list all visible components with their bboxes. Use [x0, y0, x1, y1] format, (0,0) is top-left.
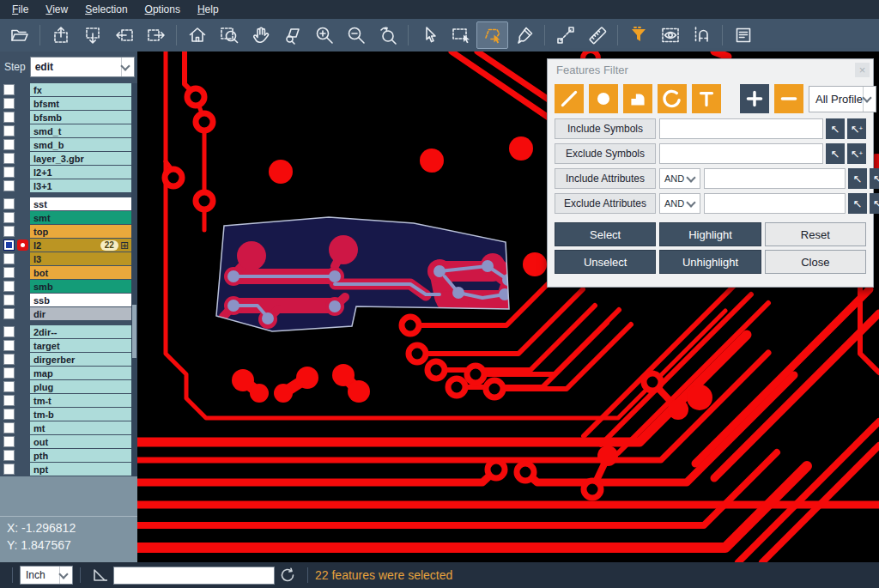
layer-name-cell[interactable]: bot	[30, 266, 131, 279]
pan-down-button[interactable]	[76, 21, 108, 49]
pick-symbols-button[interactable]: ↖	[826, 143, 845, 164]
layer-name-cell[interactable]: 2dir--	[30, 325, 131, 338]
layer-row-l3+1[interactable]: l3+1	[0, 179, 131, 192]
pick-attributes-button[interactable]: ↖	[848, 168, 867, 189]
feature-type-arc-button[interactable]	[658, 84, 687, 113]
feature-type-text-button[interactable]	[692, 84, 721, 113]
layer-visibility-checkbox[interactable]	[3, 125, 15, 136]
zoom-in-button[interactable]	[308, 21, 340, 49]
layer-visibility-checkbox[interactable]	[3, 167, 15, 178]
layer-name-cell[interactable]: smb	[30, 280, 131, 293]
profile-select[interactable]: All Profile	[809, 86, 876, 112]
exclude-mode-button[interactable]	[774, 84, 803, 113]
layer-name-cell[interactable]: tm-t	[30, 394, 131, 407]
features-filter-button[interactable]	[622, 21, 654, 49]
layer-visibility-checkbox[interactable]	[3, 395, 15, 406]
layer-name-cell[interactable]: target	[30, 339, 131, 352]
feature-type-pad-button[interactable]	[589, 84, 618, 113]
layer-row-tm-b[interactable]: tm-b	[0, 408, 131, 421]
layer-row-target[interactable]: target	[0, 339, 131, 352]
layer-visibility-checkbox[interactable]	[3, 464, 15, 475]
layer-visibility-checkbox[interactable]	[3, 180, 15, 191]
layer-visibility-checkbox[interactable]	[3, 153, 15, 164]
layer-name-cell[interactable]: smd_b	[30, 138, 131, 151]
layer-name-cell[interactable]: ssb	[30, 294, 131, 306]
layer-list-scrollbar[interactable]	[131, 83, 137, 476]
zoom-home-button[interactable]	[181, 21, 213, 49]
zoom-area-button[interactable]	[213, 21, 245, 49]
layer-visibility-checkbox[interactable]	[3, 326, 15, 337]
layer-row-plug[interactable]: plug	[0, 380, 131, 393]
layer-row-map[interactable]: map	[0, 367, 131, 379]
exclude-attributes-button[interactable]: Exclude Attributes	[555, 193, 656, 214]
select-button[interactable]: Select	[555, 222, 656, 246]
layer-row-l2[interactable]: l222⊞	[0, 239, 131, 252]
menu-file[interactable]: File	[3, 2, 37, 17]
layer-row-out[interactable]: out	[0, 435, 131, 448]
layer-name-cell[interactable]: l3	[30, 252, 131, 265]
layer-name-cell[interactable]: dirgerber	[30, 353, 131, 366]
layer-visibility-checkbox[interactable]	[3, 198, 15, 209]
layer-row-sst[interactable]: sst	[0, 197, 131, 210]
close-icon[interactable]: ×	[855, 63, 870, 77]
layer-visibility-checkbox[interactable]	[3, 112, 15, 123]
layer-row-l3[interactable]: l3	[0, 252, 131, 265]
exclude-attributes-input[interactable]	[704, 193, 846, 214]
layer-name-cell[interactable]: smd_t	[30, 124, 131, 137]
feature-type-surface-button[interactable]	[623, 84, 652, 113]
layer-visibility-checkbox[interactable]	[3, 308, 15, 319]
highlight-button[interactable]: Highlight	[659, 222, 761, 246]
clear-highlight-button[interactable]	[508, 21, 540, 49]
menu-options[interactable]: Options	[136, 2, 189, 17]
angle-mode-icon[interactable]	[91, 566, 110, 585]
select-pointer-button[interactable]	[413, 21, 445, 49]
layer-visibility-checkbox[interactable]	[3, 226, 15, 237]
pan-up-button[interactable]	[45, 21, 76, 49]
exclude-attributes-logic-select[interactable]: AND	[659, 193, 700, 214]
layer-row-dirgerber[interactable]: dirgerber	[0, 353, 131, 366]
layer-visibility-checkbox[interactable]	[3, 267, 15, 278]
layer-name-cell[interactable]: l3+1	[30, 179, 131, 192]
layer-name-cell[interactable]: bfsmb	[30, 111, 131, 124]
layer-row-tm-t[interactable]: tm-t	[0, 394, 131, 407]
layer-visibility-checkbox[interactable]	[3, 212, 15, 223]
layer-name-cell[interactable]: out	[30, 435, 131, 448]
layer-row-bot[interactable]: bot	[0, 266, 131, 279]
layer-visibility-checkbox[interactable]	[3, 381, 15, 392]
pan-hand-button[interactable]	[245, 21, 276, 49]
include-symbols-button[interactable]: Include Symbols	[555, 118, 656, 139]
menu-view[interactable]: View	[37, 2, 76, 17]
layer-name-cell[interactable]: dir	[30, 307, 131, 320]
layer-visibility-checkbox[interactable]	[3, 98, 15, 109]
pan-left-button[interactable]	[108, 21, 140, 49]
exclude-symbols-input[interactable]	[659, 143, 823, 164]
units-select[interactable]: Inch	[20, 566, 73, 585]
layer-row-smd_t[interactable]: smd_t	[0, 124, 131, 137]
select-polygon-button[interactable]	[476, 21, 508, 49]
layer-row-dir[interactable]: dir	[0, 307, 131, 320]
layer-name-cell[interactable]: fx	[30, 83, 131, 96]
layer-name-cell[interactable]: l222⊞	[30, 239, 131, 252]
layer-row-top[interactable]: top	[0, 225, 131, 238]
exclude-symbols-button[interactable]: Exclude Symbols	[555, 143, 656, 164]
pan-right-button[interactable]	[140, 21, 172, 49]
layer-name-cell[interactable]: tm-b	[30, 408, 131, 421]
layer-row-layer_3.gbr[interactable]: layer_3.gbr	[0, 152, 131, 165]
refresh-icon[interactable]	[278, 566, 297, 585]
layer-row-2dir--[interactable]: 2dir--	[0, 325, 131, 338]
command-input[interactable]	[113, 567, 275, 585]
layer-row-pth[interactable]: pth	[0, 449, 131, 462]
pick-attributes-button[interactable]: ↖	[848, 193, 867, 214]
feature-type-line-button[interactable]	[555, 84, 584, 113]
layer-visibility-checkbox[interactable]	[3, 340, 15, 351]
layer-name-cell[interactable]: smt	[30, 211, 131, 224]
unhighlight-button[interactable]: Unhighlight	[659, 250, 761, 274]
zoom-selection-button[interactable]	[276, 21, 308, 49]
menu-selection[interactable]: Selection	[76, 2, 136, 17]
layer-visibility-checkbox[interactable]	[3, 354, 15, 365]
include-attributes-button[interactable]: Include Attributes	[555, 168, 656, 189]
feature-info-button[interactable]	[727, 21, 759, 49]
snap-button[interactable]	[686, 21, 718, 49]
layer-visibility-checkbox[interactable]	[3, 253, 15, 264]
ruler-button[interactable]	[581, 21, 613, 49]
